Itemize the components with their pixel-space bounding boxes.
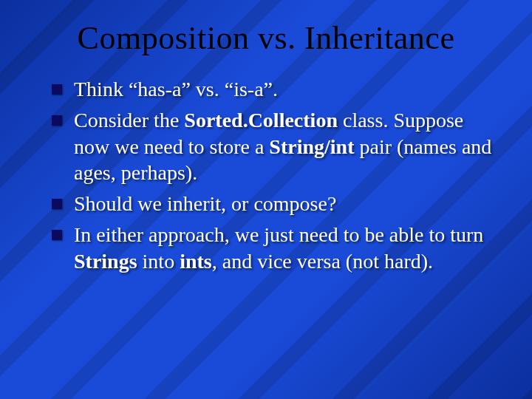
bullet-text: , and vice versa (not hard). — [212, 250, 433, 273]
bullet-list: Think “has-a” vs. “is-a”. Consider the S… — [52, 76, 495, 275]
bullet-text: into — [137, 250, 180, 273]
bold-text: String/int — [269, 135, 354, 158]
slide-body: Think “has-a” vs. “is-a”. Consider the S… — [0, 70, 532, 275]
bullet-text: Consider the — [74, 109, 184, 132]
bold-text: Strings — [74, 250, 137, 273]
bullet-text: Think “has-a” vs. “is-a”. — [74, 78, 278, 100]
list-item: Should we inherit, or compose? — [52, 191, 495, 217]
bullet-text: Should we inherit, or compose? — [74, 192, 336, 215]
list-item: In either approach, we just need to be a… — [52, 222, 495, 275]
list-item: Consider the Sorted.Collection class. Su… — [52, 107, 495, 186]
slide-title: Composition vs. Inheritance — [0, 0, 532, 70]
bold-text: ints — [180, 250, 212, 273]
slide: Composition vs. Inheritance Think “has-a… — [0, 0, 532, 399]
list-item: Think “has-a” vs. “is-a”. — [52, 76, 495, 103]
bullet-text: In either approach, we just need to be a… — [74, 223, 483, 246]
bold-text: Sorted.Collection — [184, 109, 338, 132]
